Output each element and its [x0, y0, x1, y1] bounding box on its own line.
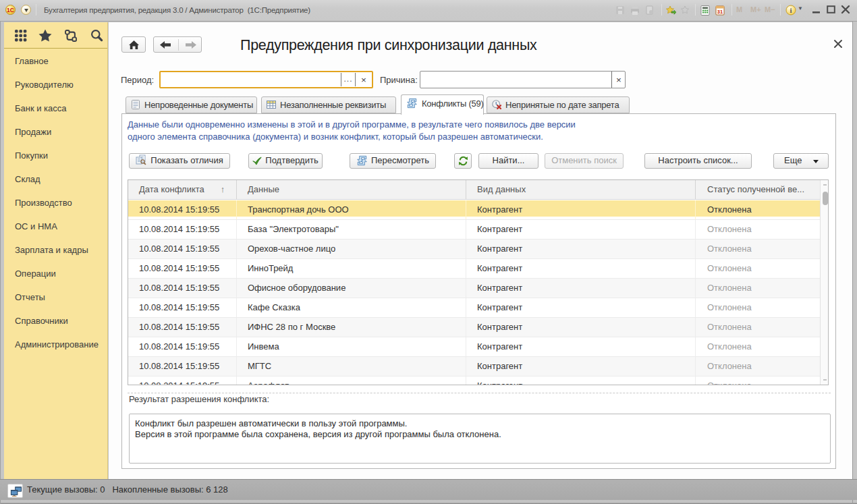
svg-text:i: i [790, 6, 792, 14]
svg-text:31: 31 [717, 9, 723, 15]
